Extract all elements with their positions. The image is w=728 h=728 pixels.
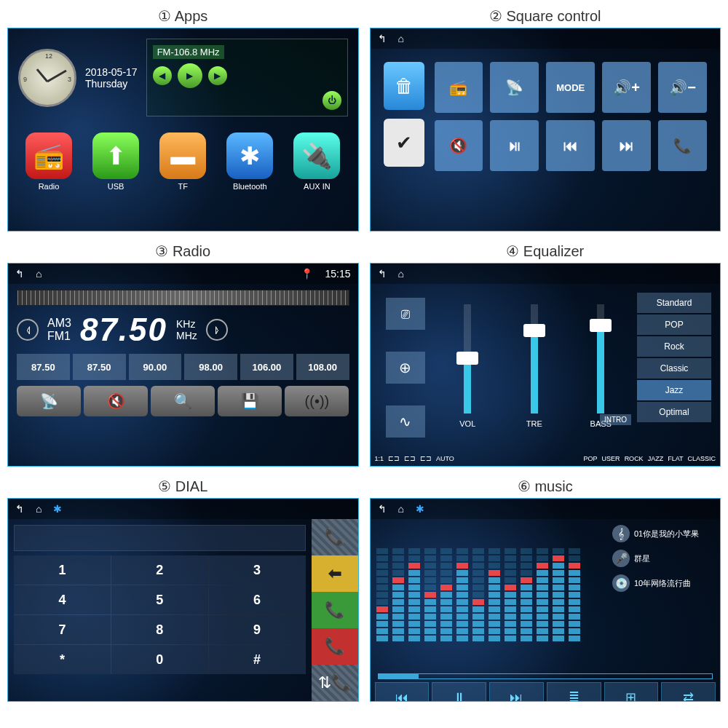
music-shuffle-button[interactable]: ⇄ bbox=[661, 682, 716, 702]
eq-foot-item[interactable]: FLAT bbox=[668, 455, 683, 462]
preset-4[interactable]: 106.00 bbox=[240, 354, 293, 380]
square-btn-1[interactable]: 📡 bbox=[490, 62, 539, 113]
clock-widget[interactable]: 9 12 3 bbox=[18, 49, 76, 107]
eq-foot-item[interactable]: CLASSIC bbox=[687, 455, 716, 462]
preset-1[interactable]: 87.50 bbox=[73, 354, 126, 380]
track-item-0[interactable]: 𝄞01你是我的小苹果 bbox=[612, 525, 714, 542]
mute-button[interactable]: 🔇 bbox=[84, 386, 148, 416]
app-bluetooth[interactable]: ✱Bluetooth bbox=[226, 132, 273, 191]
next-station-button[interactable]: ⦊ bbox=[206, 319, 228, 341]
slider-vol[interactable]: VOL bbox=[453, 304, 482, 428]
eq-preset-optimal[interactable]: Optimal bbox=[637, 402, 711, 422]
music-prev-button[interactable]: ⏮ bbox=[375, 682, 430, 702]
eq-foot-item[interactable]: USER bbox=[602, 455, 620, 462]
save-button[interactable]: 💾 bbox=[218, 386, 282, 416]
dial-foot-2[interactable]: ✱♫ bbox=[148, 701, 218, 702]
dial-scale[interactable] bbox=[17, 290, 349, 306]
square-btn-4[interactable]: 🔊− bbox=[658, 62, 707, 113]
scan-button[interactable]: ((•)) bbox=[285, 386, 349, 416]
music-grid-button[interactable]: ⊞ bbox=[604, 682, 659, 702]
eq-preset-classic[interactable]: Classic bbox=[637, 358, 711, 379]
key-*[interactable]: * bbox=[14, 645, 111, 674]
square-btn-3[interactable]: 🔊+ bbox=[602, 62, 651, 113]
square-btn-6[interactable]: ⏯ bbox=[490, 120, 539, 171]
radio-widget[interactable]: FM-106.8 MHz ◀ ▶ ▶ ⏻ bbox=[146, 39, 348, 116]
music-next-button[interactable]: ⏭ bbox=[489, 682, 544, 702]
intro-button[interactable]: INTRO bbox=[600, 414, 631, 425]
square-btn-8[interactable]: ⏭ bbox=[602, 120, 651, 171]
power-icon[interactable]: ⏻ bbox=[323, 91, 341, 110]
square-btn-2[interactable]: MODE bbox=[546, 62, 595, 113]
key-2[interactable]: 2 bbox=[111, 555, 208, 585]
key-4[interactable]: 4 bbox=[14, 585, 111, 614]
app-usb[interactable]: ⬆USB bbox=[92, 132, 139, 191]
square-btn-9[interactable]: 📞 bbox=[658, 120, 707, 171]
prev-station-button[interactable]: ⦉ bbox=[17, 319, 39, 341]
call-button[interactable]: 📞 bbox=[312, 592, 358, 628]
back-icon[interactable]: ↰ bbox=[15, 268, 24, 280]
key-5[interactable]: 5 bbox=[111, 585, 208, 614]
search-button[interactable]: 🔍 bbox=[151, 386, 215, 416]
eq-foot-item[interactable]: AUTO bbox=[436, 455, 454, 462]
track-item-2[interactable]: 💿10年网络流行曲 bbox=[612, 574, 714, 592]
key-1[interactable]: 1 bbox=[14, 555, 111, 585]
square-btn-7[interactable]: ⏮ bbox=[546, 120, 595, 171]
trash-button[interactable]: 🗑 bbox=[384, 62, 424, 110]
next-icon[interactable]: ▶ bbox=[208, 66, 227, 85]
dial-foot-3[interactable]: 👥 bbox=[218, 701, 288, 702]
swap-button[interactable]: ⇅📞 bbox=[312, 665, 358, 701]
preset-3[interactable]: 98.00 bbox=[184, 354, 237, 380]
key-7[interactable]: 7 bbox=[14, 615, 111, 644]
home-icon[interactable]: ⌂ bbox=[36, 503, 41, 515]
backspace-button[interactable]: ⬅ bbox=[312, 555, 358, 592]
dial-answer-icon[interactable]: 📞 bbox=[312, 519, 358, 555]
eq-foot-item[interactable]: ⊏⊐ bbox=[420, 455, 432, 462]
hangup-button[interactable]: 📞 bbox=[312, 628, 358, 665]
eq-preset-rock[interactable]: Rock bbox=[637, 336, 711, 357]
music-pause-button[interactable]: ⏸ bbox=[432, 682, 486, 702]
eq-foot-item[interactable]: JAZZ bbox=[648, 455, 664, 462]
eq-foot-item[interactable]: 1:1 bbox=[375, 455, 384, 462]
eq-sliders-icon[interactable]: ⎚ bbox=[386, 298, 425, 330]
app-radio[interactable]: 📻Radio bbox=[25, 132, 72, 191]
eq-balance-icon[interactable]: ⊕ bbox=[386, 352, 425, 384]
home-icon[interactable]: ⌂ bbox=[36, 268, 41, 280]
back-icon[interactable]: ↰ bbox=[378, 268, 387, 280]
back-icon[interactable]: ↰ bbox=[378, 503, 387, 515]
eq-preset-jazz[interactable]: Jazz bbox=[637, 380, 711, 400]
progress-bar[interactable] bbox=[378, 673, 713, 679]
key-6[interactable]: 6 bbox=[209, 585, 306, 614]
home-icon[interactable]: ⌂ bbox=[398, 503, 404, 515]
preset-5[interactable]: 108.00 bbox=[296, 354, 349, 380]
eq-wave-icon[interactable]: ∿ bbox=[386, 405, 425, 438]
square-btn-5[interactable]: 🔇 bbox=[435, 120, 483, 171]
app-tf[interactable]: ▬TF bbox=[159, 132, 206, 191]
eq-preset-standard[interactable]: Standard bbox=[637, 293, 711, 313]
home-icon[interactable]: ⌂ bbox=[398, 33, 404, 44]
play-icon[interactable]: ▶ bbox=[178, 63, 202, 88]
home-icon[interactable]: ⌂ bbox=[398, 268, 404, 280]
key-3[interactable]: 3 bbox=[209, 555, 306, 585]
dial-foot-0[interactable]: 📞 bbox=[8, 701, 78, 702]
dial-foot-4[interactable]: 🖭 bbox=[288, 701, 357, 702]
app-aux in[interactable]: 🔌AUX IN bbox=[293, 132, 340, 191]
slider-tre[interactable]: TRE bbox=[520, 304, 549, 428]
music-list-button[interactable]: ≣ bbox=[547, 682, 601, 702]
dial-foot-1[interactable]: 📖 bbox=[78, 701, 148, 702]
signal-button[interactable]: 📡 bbox=[17, 386, 81, 416]
confirm-button[interactable]: ✔ bbox=[384, 119, 424, 167]
back-icon[interactable]: ↰ bbox=[15, 503, 24, 515]
preset-2[interactable]: 90.00 bbox=[129, 354, 182, 380]
eq-foot-item[interactable]: ROCK bbox=[625, 455, 644, 462]
key-0[interactable]: 0 bbox=[111, 645, 208, 674]
track-item-1[interactable]: 🎤群星 bbox=[612, 550, 714, 567]
eq-preset-pop[interactable]: POP bbox=[637, 314, 711, 335]
slider-bass[interactable]: BASS bbox=[586, 304, 615, 428]
eq-foot-item[interactable]: ⊏⊐ bbox=[388, 455, 400, 462]
key-8[interactable]: 8 bbox=[111, 615, 208, 644]
preset-0[interactable]: 87.50 bbox=[17, 354, 70, 380]
back-icon[interactable]: ↰ bbox=[378, 33, 387, 44]
key-9[interactable]: 9 bbox=[209, 615, 306, 644]
eq-foot-item[interactable]: ⊏⊐ bbox=[404, 455, 416, 462]
prev-icon[interactable]: ◀ bbox=[153, 66, 172, 85]
